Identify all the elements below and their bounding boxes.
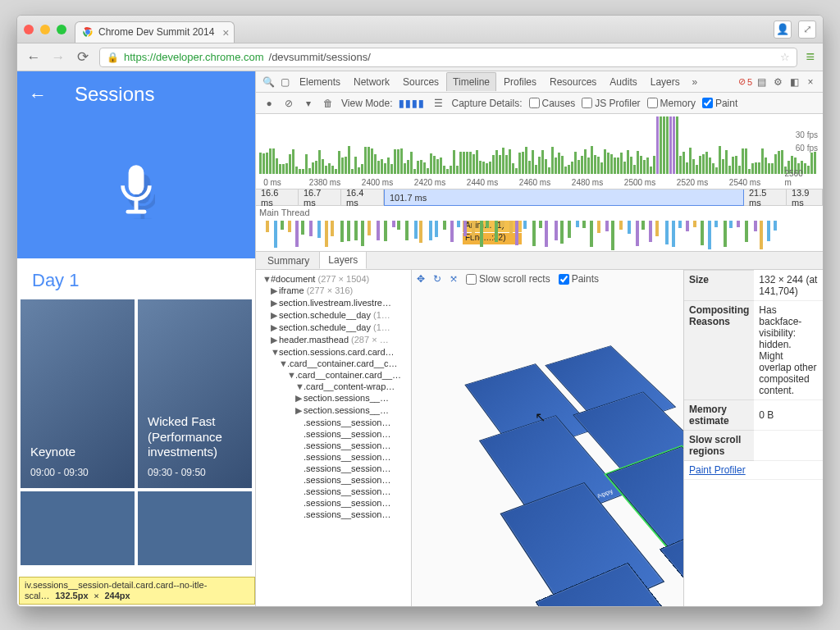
frame-segment: 16.4 ms	[341, 189, 384, 205]
zoom-window-icon[interactable]	[57, 25, 66, 34]
panel-tab-profiles[interactable]: Profiles	[498, 73, 542, 91]
timeline-overview[interactable]: 30 fps 60 fps 0 ms2380 ms2400 ms2420 ms2…	[256, 114, 823, 189]
session-card[interactable]: Wicked Fast (Performance investments) 09…	[138, 299, 252, 488]
panel-tab-layers[interactable]: Layers	[645, 73, 686, 91]
drawer-toggle-icon[interactable]: ▤	[754, 76, 769, 88]
frame-segment: 21.5 ms	[744, 189, 787, 205]
capture-memory-checkbox[interactable]: Memory	[647, 98, 696, 109]
bookmark-star-icon[interactable]: ☆	[780, 51, 790, 63]
session-time: 09:00 - 09:30	[30, 467, 125, 478]
clear-icon[interactable]: ⊘	[282, 98, 295, 109]
window-controls	[24, 25, 66, 34]
detail-size-value: 132 × 244 (at 141,704)	[754, 271, 823, 301]
overview-tick: 2540 ms	[729, 178, 760, 187]
layer-tree-row[interactable]: .sessions__session…	[256, 440, 411, 451]
panel-tab-sources[interactable]: Sources	[397, 73, 445, 91]
error-count[interactable]: ⊘ 5	[738, 76, 752, 87]
layer-tree-row[interactable]: .sessions__session…	[256, 474, 411, 486]
layer-tree-row[interactable]: ▶section.sessions__…	[256, 404, 411, 417]
slow-scroll-checkbox[interactable]: Slow scroll rects	[466, 273, 550, 285]
layer-tree-row[interactable]: ▼.card__container.card__c…	[256, 358, 411, 369]
fullscreen-button-icon[interactable]: ⤢	[798, 21, 816, 39]
overview-tick: 2500 ms	[624, 178, 655, 187]
rotate-icon[interactable]: ↻	[433, 273, 441, 285]
layer-3d-view[interactable]: ✥ ↻ ⤧ Slow scroll rects Paints KeynoteWi…	[412, 270, 683, 606]
subtab-layers[interactable]: Layers	[319, 251, 367, 269]
record-icon[interactable]: ●	[262, 98, 276, 109]
timeline-subtabs: Summary Layers	[256, 252, 823, 270]
session-card[interactable]	[21, 491, 135, 565]
tab-close-icon[interactable]: ×	[222, 26, 229, 39]
waterfall-view-icon[interactable]: ☰	[431, 98, 445, 109]
garbage-icon[interactable]: 🗑	[322, 98, 335, 109]
page-title: Sessions	[75, 83, 154, 106]
reload-icon[interactable]: ⟳	[75, 48, 91, 66]
layer-tree-row[interactable]: .sessions__session…	[256, 451, 411, 463]
back-icon[interactable]: ←	[25, 49, 42, 66]
paints-checkbox[interactable]: Paints	[559, 273, 599, 285]
session-card[interactable]: Keynote 09:00 - 09:30	[21, 299, 135, 488]
session-title: Wicked Fast (Performance investments)	[148, 414, 242, 460]
dock-side-icon[interactable]: ◧	[787, 76, 801, 88]
layer-tree-row[interactable]: .sessions__session…	[256, 486, 411, 497]
overview-tick: 2520 ms	[677, 178, 708, 187]
filter-icon[interactable]: ▾	[302, 98, 315, 109]
layer-tree-row[interactable]: .sessions__session…	[256, 497, 411, 509]
settings-gear-icon[interactable]: ⚙	[770, 76, 785, 88]
session-time: 09:30 - 09:50	[148, 467, 242, 478]
profile-button-icon[interactable]: 👤	[774, 21, 792, 39]
layer-tree-row[interactable]: .sessions__session…	[256, 428, 411, 440]
layer-tree-row[interactable]: .sessions__session…	[256, 417, 411, 428]
layer-tree-row[interactable]: ▼.card__content-wrap…	[256, 381, 411, 392]
device-mode-icon[interactable]: ▢	[277, 76, 292, 88]
panel-tab-timeline[interactable]: Timeline	[446, 72, 496, 91]
close-window-icon[interactable]	[24, 25, 34, 34]
layer-tree-row[interactable]: ▶header.masthead (287 × …	[256, 334, 411, 346]
devtools: 🔍 ▢ Elements Network Sources Timeline Pr…	[255, 71, 823, 606]
flame-view-icon[interactable]: ▮▮▮▮	[399, 98, 425, 109]
panel-tab-resources[interactable]: Resources	[544, 73, 602, 91]
subtab-summary[interactable]: Summary	[259, 253, 317, 269]
url-path: /devsummit/sessions/	[269, 51, 371, 63]
svg-point-1	[85, 30, 90, 34]
layer-tree-row[interactable]: ▶section.schedule__day (1…	[256, 322, 411, 334]
element-inspect-tooltip: iv.sessions__session-detail.card.card--n…	[19, 577, 255, 605]
panel-tab-audits[interactable]: Audits	[604, 73, 642, 91]
url-host: https://developer.chrome.com	[124, 51, 264, 63]
flame-tracks[interactable]: Main Thread Anim… (1) Func…:32)	[256, 206, 823, 252]
overview-tick: 2420 ms	[414, 178, 445, 187]
frame-strip[interactable]: 16.6 ms 16.7 ms 16.4 ms 101.7 ms 21.5 ms…	[256, 189, 823, 206]
timeline-toolbar: ● ⊘ ▾ 🗑 View Mode: ▮▮▮▮ ☰ Capture Detail…	[256, 93, 823, 114]
menu-icon[interactable]: ≡	[806, 48, 815, 66]
layer-tree-row[interactable]: ▶section.sessions__…	[256, 392, 411, 404]
layer-tree-row[interactable]: ▼section.sessions.card.card…	[256, 346, 411, 358]
page-back-icon[interactable]: ←	[29, 84, 47, 106]
reset-icon[interactable]: ⤧	[450, 273, 458, 285]
layer-tree-row[interactable]: ▶section.livestream.livestre…	[256, 297, 411, 309]
devtools-close-icon[interactable]: ×	[803, 76, 818, 88]
inspect-icon[interactable]: 🔍	[261, 76, 276, 88]
session-card[interactable]	[138, 491, 252, 565]
layer-tree[interactable]: ▼#document (277 × 1504)▶iframe (277 × 31…	[256, 270, 412, 606]
frame-segment: 16.6 ms	[256, 189, 299, 205]
pan-icon[interactable]: ✥	[417, 273, 425, 285]
layer-tree-row[interactable]: .sessions__session…	[256, 463, 411, 474]
layer-tree-row[interactable]: .sessions__session…	[256, 509, 411, 520]
capture-jsprofiler-checkbox[interactable]: JS Profiler	[582, 98, 640, 109]
content-area: ← Sessions Day 1 Keynote 09:0	[17, 71, 823, 606]
tab-title: Chrome Dev Summit 2014	[98, 26, 214, 38]
layer-tree-row[interactable]: ▼.card__container.card__…	[256, 369, 411, 381]
rendered-page: ← Sessions Day 1 Keynote 09:0	[17, 71, 255, 606]
address-bar[interactable]: 🔒 https://developer.chrome.com/devsummit…	[99, 48, 797, 67]
capture-paint-checkbox[interactable]: Paint	[702, 98, 737, 109]
panel-tab-network[interactable]: Network	[348, 73, 395, 91]
browser-tab[interactable]: Chrome Dev Summit 2014 ×	[75, 21, 235, 43]
panel-tab-elements[interactable]: Elements	[294, 73, 346, 91]
paint-profiler-link[interactable]: Paint Profiler	[689, 464, 746, 476]
more-tabs-icon[interactable]: »	[687, 76, 702, 88]
capture-causes-checkbox[interactable]: Causes	[529, 98, 576, 109]
minimize-window-icon[interactable]	[40, 25, 50, 34]
layer-tree-row[interactable]: ▼#document (277 × 1504)	[256, 273, 411, 285]
layer-tree-row[interactable]: ▶iframe (277 × 316)	[256, 285, 411, 297]
layer-tree-row[interactable]: ▶section.schedule__day (1…	[256, 309, 411, 322]
